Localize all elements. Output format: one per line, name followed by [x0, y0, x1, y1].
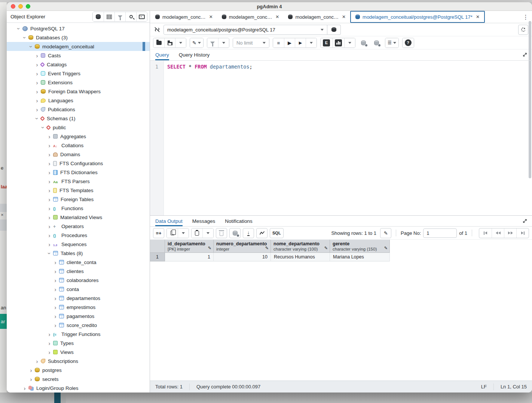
tree-scrollbar[interactable]	[529, 21, 531, 178]
column-header-numero-departamento[interactable]: numero_departamento integer ✎	[214, 240, 271, 253]
cell-id-departamento[interactable]: 1	[165, 253, 214, 261]
tree-expander-icon[interactable]: ›	[47, 233, 52, 238]
tree-item[interactable]: › Login/Group Roles	[7, 384, 150, 393]
filter-button[interactable]	[207, 38, 218, 48]
cell-gerente[interactable]: Mariana Lopes	[330, 253, 390, 261]
row-limit-select[interactable]: No limit	[233, 38, 269, 48]
tree-item[interactable]: › Collations	[7, 141, 150, 150]
execute-script-button[interactable]: ▶	[295, 38, 306, 48]
tree-expander-icon[interactable]: ›	[47, 179, 52, 184]
first-page-button[interactable]	[479, 228, 492, 238]
tree-expander-icon[interactable]: ›	[28, 367, 34, 373]
rollback-button[interactable]	[372, 38, 382, 48]
tree-item[interactable]: › Aggregates	[7, 132, 150, 141]
tree-expander-icon[interactable]: ›	[47, 143, 52, 148]
close-tab-icon[interactable]: ✕	[476, 14, 480, 19]
tree-expander-icon[interactable]: ›	[22, 35, 28, 40]
next-page-button[interactable]	[504, 228, 516, 238]
copy-options-button[interactable]	[178, 228, 189, 238]
open-file-button[interactable]	[153, 38, 164, 48]
tree-expander-icon[interactable]: ›	[34, 53, 40, 58]
new-connection-button[interactable]	[327, 25, 341, 35]
tree-item[interactable]: › pagamentos	[7, 312, 150, 321]
tree-expander-icon[interactable]: ›	[34, 80, 40, 85]
tree-expander-icon[interactable]: ›	[47, 206, 52, 211]
tree-item[interactable]: › PostgreSQL 17	[7, 24, 150, 33]
filter-options-button[interactable]	[218, 38, 229, 48]
tree-expander-icon[interactable]: ›	[53, 313, 58, 319]
tree-item[interactable]: › Foreign Tables	[7, 195, 150, 204]
minimize-window-button[interactable]	[18, 4, 23, 9]
tree-expander-icon[interactable]: ›	[47, 134, 52, 139]
tree-item[interactable]: › Tables (8)	[7, 249, 150, 258]
tree-item[interactable]: › score_credito	[7, 321, 150, 330]
tree-item[interactable]: › secrets	[7, 375, 150, 384]
last-page-button[interactable]	[516, 228, 529, 238]
macros-button[interactable]: ☰	[385, 38, 398, 48]
previous-page-button[interactable]	[492, 228, 504, 238]
tree-expander-icon[interactable]: ›	[53, 287, 58, 292]
explain-options-button[interactable]	[344, 38, 355, 48]
tab-messages[interactable]: Messages	[192, 216, 215, 226]
help-button[interactable]: ?	[403, 38, 414, 48]
tree-expander-icon[interactable]: ›	[53, 278, 58, 283]
cell-numero-departamento[interactable]: 10	[214, 253, 271, 261]
connect-server-button[interactable]	[93, 12, 104, 21]
tree-item[interactable]: › postgres	[7, 366, 150, 375]
tree-expander-icon[interactable]: ›	[28, 376, 34, 382]
paste-button[interactable]	[192, 228, 202, 238]
tree-expander-icon[interactable]: ›	[34, 71, 40, 76]
tree-expander-icon[interactable]: ›	[53, 260, 58, 265]
zoom-window-button[interactable]	[26, 4, 30, 9]
tree-expander-icon[interactable]: ›	[47, 331, 52, 337]
tree-expander-icon[interactable]: ›	[28, 44, 34, 49]
sql-code-line[interactable]: SELECT * FROM departamentos;	[164, 61, 253, 215]
query-tab[interactable]: modelagem_conc… ✕	[284, 11, 350, 23]
close-tab-icon[interactable]: ✕	[275, 14, 279, 19]
tree-item[interactable]: › clientes	[7, 267, 150, 276]
paste-options-button[interactable]	[202, 228, 213, 238]
tree-expander-icon[interactable]: ›	[16, 26, 22, 31]
tree-expander-icon[interactable]: ›	[34, 358, 40, 364]
column-header-gerente[interactable]: gerente character varying (150) ✎	[330, 240, 390, 253]
explain-button[interactable]: E	[321, 38, 332, 48]
cell-nome-departamento[interactable]: Recursos Humanos	[271, 253, 330, 261]
tree-expander-icon[interactable]: ›	[47, 242, 52, 247]
tab-data-output[interactable]: Data Output	[155, 216, 183, 226]
save-file-button[interactable]	[164, 38, 175, 48]
close-window-button[interactable]	[11, 4, 15, 9]
query-tab-active[interactable]: modelagem_conceitual/postgres@PostgreSQL…	[350, 11, 485, 23]
tree-item[interactable]: › Sequences	[7, 240, 150, 249]
tab-notifications[interactable]: Notifications	[225, 216, 253, 226]
save-data-changes-button[interactable]	[229, 228, 241, 238]
tree-expander-icon[interactable]: ›	[53, 304, 58, 310]
tree-expander-icon[interactable]: ›	[34, 98, 40, 103]
tree-expander-icon[interactable]: ›	[47, 161, 52, 166]
tree-expander-icon[interactable]: ›	[34, 116, 40, 121]
tree-expander-icon[interactable]: ›	[47, 188, 52, 193]
tree-item[interactable]: › departamentos	[7, 294, 150, 303]
tree-item[interactable]: › Operators	[7, 222, 150, 231]
tab-query-history[interactable]: Query History	[179, 49, 210, 60]
tab-query[interactable]: Query	[155, 49, 169, 60]
row-number-cell[interactable]: 1	[150, 253, 165, 261]
tree-expander-icon[interactable]: ›	[47, 349, 52, 355]
tree-item[interactable]: › cliente_conta	[7, 258, 150, 267]
tree-item[interactable]: › Functions	[7, 204, 150, 213]
expand-results-button[interactable]	[522, 218, 528, 225]
tab-overflow-menu-button[interactable]: ⋮	[519, 13, 532, 21]
tree-item[interactable]: › Subscriptions	[7, 357, 150, 366]
delete-row-button[interactable]	[216, 228, 227, 238]
tree-expander-icon[interactable]: ›	[47, 197, 52, 202]
query-tab[interactable]: modelagem_conc… ✕	[217, 11, 284, 23]
tree-expander-icon[interactable]: ›	[34, 89, 40, 94]
tree-expander-icon[interactable]: ›	[47, 152, 52, 157]
copy-button[interactable]	[167, 228, 178, 238]
tree-item[interactable]: › Databases (3)	[7, 33, 150, 42]
download-results-button[interactable]: ↓	[243, 228, 254, 238]
cancel-query-button[interactable]: ■	[273, 38, 284, 48]
query-tab[interactable]: modelagem_conc… ✕	[151, 11, 217, 23]
view-data-button[interactable]	[104, 12, 114, 21]
tree-item[interactable]: › Event Triggers	[7, 69, 150, 78]
tree-expander-icon[interactable]: ›	[47, 224, 52, 229]
